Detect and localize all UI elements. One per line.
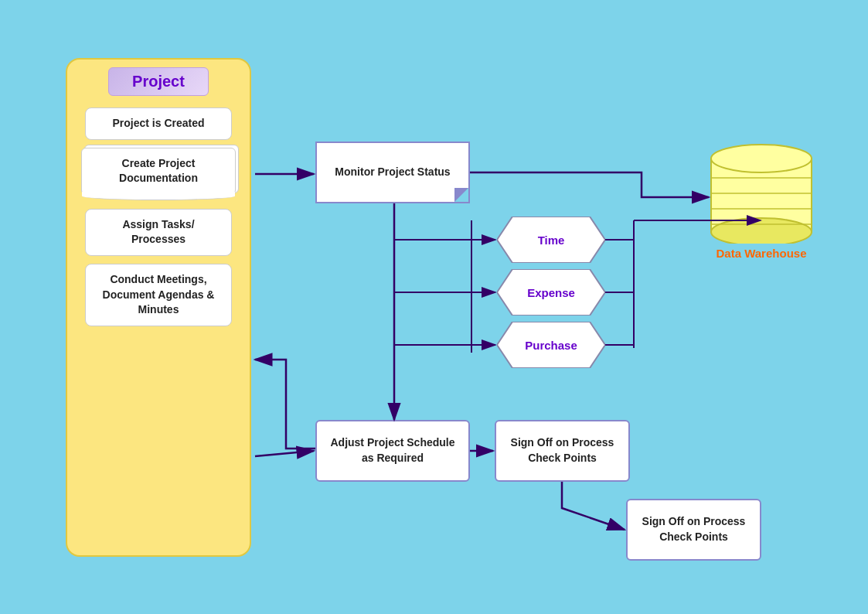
swimlane-container: Project Project is Created Create Projec… [66, 58, 251, 557]
monitor-project-box: Monitor Project Status [315, 142, 470, 203]
purchase-hexagon: Purchase [497, 322, 605, 368]
swimlane-doc-stack: Create Project Documentation [81, 148, 236, 195]
swimlane-box-tasks: Assign Tasks/ Processes [85, 209, 232, 256]
svg-point-5 [711, 218, 812, 244]
svg-line-26 [255, 451, 314, 456]
swimlane-box-created: Project is Created [85, 107, 232, 140]
signoff1-box: Sign Off on Process Check Points [495, 420, 630, 482]
adjust-schedule-box: Adjust Project Schedule as Required [315, 420, 470, 482]
data-warehouse-cylinder: Data Warehouse [707, 143, 815, 260]
svg-point-4 [711, 145, 812, 172]
swimlane-box-documentation: Create Project Documentation [81, 148, 236, 195]
swimlane-box-meetings: Conduct Meetings, Document Agendas & Min… [85, 264, 232, 326]
expense-hexagon: Expense [497, 269, 605, 316]
signoff2-box: Sign Off on Process Check Points [626, 499, 761, 561]
swimlane-title: Project [108, 67, 209, 96]
time-hexagon: Time [497, 217, 605, 263]
data-warehouse-label: Data Warehouse [717, 247, 807, 260]
